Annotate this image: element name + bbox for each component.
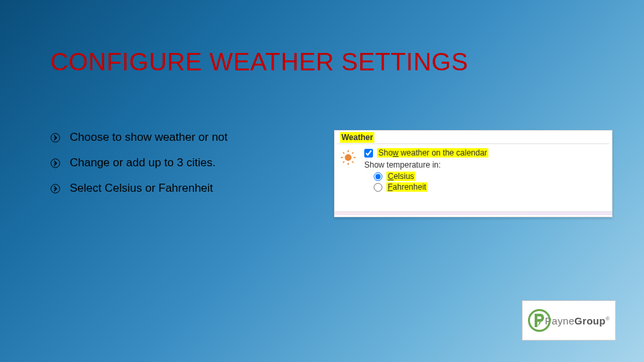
svg-line-9	[352, 162, 354, 163]
temperature-radio-fahrenheit[interactable]: Fahrenheit	[374, 182, 606, 192]
slide-title: CONFIGURE WEATHER SETTINGS	[50, 48, 468, 76]
svg-line-11	[352, 152, 354, 154]
logo-text: PayneGroup®	[545, 316, 610, 326]
paynegroup-logo: PayneGroup®	[522, 300, 616, 341]
bullet-text: Choose to show weather or not	[70, 131, 227, 144]
arrow-circle-icon	[50, 133, 60, 143]
temperature-radio-group: CelsiusFahrenheit	[374, 172, 606, 192]
checkbox-label: Show weather on the calendar	[377, 148, 488, 158]
panel-header-text: Weather	[340, 132, 374, 143]
panel-header: Weather	[335, 131, 612, 143]
show-weather-checkbox[interactable]: Show weather on the calendar	[364, 148, 606, 158]
radio-label: Fahrenheit	[386, 182, 427, 192]
weather-settings-panel: Weather	[334, 130, 612, 217]
list-item: Change or add up to 3 cities.	[50, 156, 227, 170]
radio-input[interactable]	[374, 183, 382, 192]
bullet-text: Change or add up to 3 cities.	[70, 156, 215, 170]
svg-line-10	[343, 162, 344, 163]
sun-icon	[340, 149, 356, 166]
logo-mark-icon	[528, 309, 541, 332]
bullet-text: Select Celsius or Fahrenheit	[70, 182, 213, 195]
temperature-radio-celsius[interactable]: Celsius	[374, 172, 606, 181]
bullet-list: Choose to show weather or not Change or …	[50, 131, 227, 207]
radio-input[interactable]	[374, 172, 382, 181]
svg-line-8	[343, 152, 344, 154]
radio-label: Celsius	[386, 172, 415, 181]
panel-footer-bar	[335, 211, 612, 215]
temperature-prompt: Show temperature in:	[364, 160, 606, 170]
list-item: Select Celsius or Fahrenheit	[50, 182, 227, 195]
arrow-circle-icon	[50, 158, 60, 168]
arrow-circle-icon	[50, 184, 60, 194]
svg-point-3	[345, 154, 352, 161]
list-item: Choose to show weather or not	[50, 131, 227, 144]
checkbox-input[interactable]	[364, 149, 373, 158]
